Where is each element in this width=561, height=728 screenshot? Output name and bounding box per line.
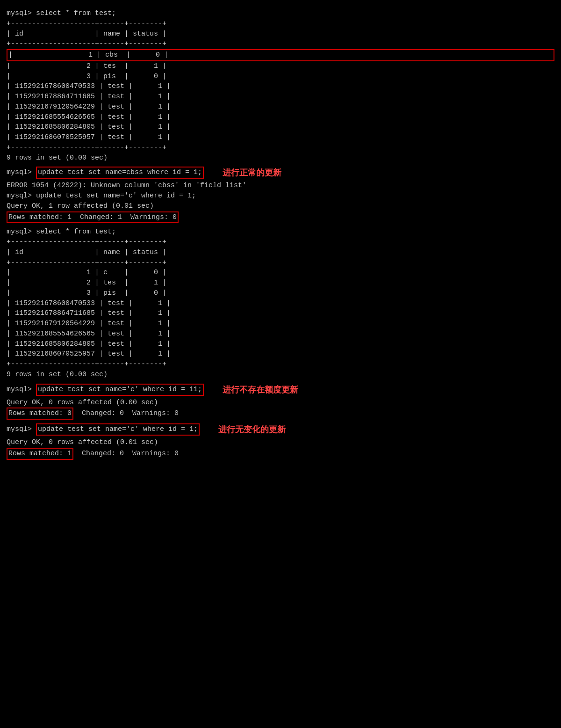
rows-matched-box-2: Rows matched: 0 <box>7 408 73 420</box>
sep2-2: +--------------------+------+--------+ <box>7 258 554 268</box>
section-update-2: mysql> update test set name='c' where id… <box>7 384 554 420</box>
rows-rest-3: Changed: 0 Warnings: 0 <box>73 450 179 458</box>
rows-matched-2: Rows matched: 0 Changed: 0 Warnings: 0 <box>7 408 554 420</box>
row9-1: | 1152921686070525957 | test | 1 | <box>7 132 554 143</box>
row4-2: | 1152921678600470533 | test | 1 | <box>7 298 554 309</box>
prompt-update-1: mysql> update test set name=cbss where i… <box>7 167 204 179</box>
cmd3-box: update test set name='c' where id = 1; <box>36 423 200 436</box>
rowcount-1: 9 rows in set (0.00 sec) <box>7 153 554 163</box>
annotation-line-2: mysql> update test set name='c' where id… <box>7 384 554 396</box>
row1-2: | 1 | c | 0 | <box>7 268 554 278</box>
section-update-3: mysql> update test set name='c' where id… <box>7 423 554 460</box>
error-line: ERROR 1054 (42S22): Unknown column 'cbss… <box>7 181 554 191</box>
sep1-2: +--------------------+------+--------+ <box>7 237 554 248</box>
section-update-1: mysql> update test set name=cbss where i… <box>7 167 554 223</box>
cmd1-box: update test set name=cbss where id = 1; <box>36 167 204 179</box>
row9-2: | 1152921686070525957 | test | 1 | <box>7 349 554 359</box>
sep2-1: +--------------------+------+--------+ <box>7 39 554 49</box>
annotation-nonexist-update: 进行不存在额度更新 <box>223 384 298 396</box>
row7-2: | 1152921685554626565 | test | 1 | <box>7 329 554 339</box>
header-1: | id | name | status | <box>7 29 554 39</box>
annotation-line-3: mysql> update test set name='c' where id… <box>7 423 554 436</box>
row5-2: | 1152921678864711685 | test | 1 | <box>7 308 554 319</box>
section-select-1: mysql> select * from test; +------------… <box>7 8 554 163</box>
cmd2-box: update test set name='c' where id = 11; <box>36 384 204 396</box>
sep1-1: +--------------------+------+--------+ <box>7 19 554 29</box>
ok-line-1: Query OK, 1 row affected (0.01 sec) <box>7 201 554 211</box>
annotation-normal-update: 进行正常的更新 <box>223 167 281 179</box>
sep3-1: +--------------------+------+--------+ <box>7 143 554 153</box>
row7-1: | 1152921685554626565 | test | 1 | <box>7 112 554 123</box>
section-select-2: mysql> select * from test; +------------… <box>7 227 554 379</box>
row3-2: | 3 | pis | 0 | <box>7 288 554 298</box>
rows-matched-box-1: Rows matched: 1 Changed: 1 Warnings: 0 <box>7 211 179 224</box>
annotation-nochange-update: 进行无变化的更新 <box>218 423 286 436</box>
prompt-line-2: mysql> select * from test; <box>7 227 554 237</box>
row1-highlighted: | 1 | cbs | 0 | <box>7 49 554 61</box>
row6-2: | 1152921679120564229 | test | 1 | <box>7 319 554 329</box>
row4-1: | 1152921678600470533 | test | 1 | <box>7 81 554 92</box>
prompt-line-1: mysql> select * from test; <box>7 8 554 19</box>
ok-line-2: Query OK, 0 rows affected (0.00 sec) <box>7 398 554 408</box>
row8-2: | 1152921685806284805 | test | 1 | <box>7 339 554 349</box>
terminal: mysql> select * from test; +------------… <box>5 5 556 466</box>
annotation-line-1: mysql> update test set name=cbss where i… <box>7 167 554 179</box>
row2-2: | 2 | tes | 1 | <box>7 278 554 288</box>
rows-matched-box-3: Rows matched: 1 <box>7 448 73 460</box>
ok-line-3: Query OK, 0 rows affected (0.01 sec) <box>7 437 554 448</box>
header-2: | id | name | status | <box>7 248 554 258</box>
rows-rest-2: Changed: 0 Warnings: 0 <box>73 409 179 417</box>
row6-1: | 1152921679120564229 | test | 1 | <box>7 102 554 112</box>
row2-1: | 2 | tes | 1 | <box>7 61 554 72</box>
rows-matched-1: Rows matched: 1 Changed: 1 Warnings: 0 <box>7 211 554 224</box>
rows-matched-3: Rows matched: 1 Changed: 0 Warnings: 0 <box>7 448 554 460</box>
sep3-2: +--------------------+------+--------+ <box>7 359 554 370</box>
prompt-update-3: mysql> update test set name='c' where id… <box>7 423 200 436</box>
row5-1: | 1152921678864711685 | test | 1 | <box>7 92 554 102</box>
row8-1: | 1152921685806284805 | test | 1 | <box>7 122 554 132</box>
row3-1: | 3 | pis | 0 | <box>7 72 554 82</box>
rowcount-2: 9 rows in set (0.00 sec) <box>7 370 554 380</box>
prompt-update-2: mysql> update test set name='c' where id… <box>7 384 204 396</box>
cmd2-line: mysql> update test set name='c' where id… <box>7 191 554 201</box>
